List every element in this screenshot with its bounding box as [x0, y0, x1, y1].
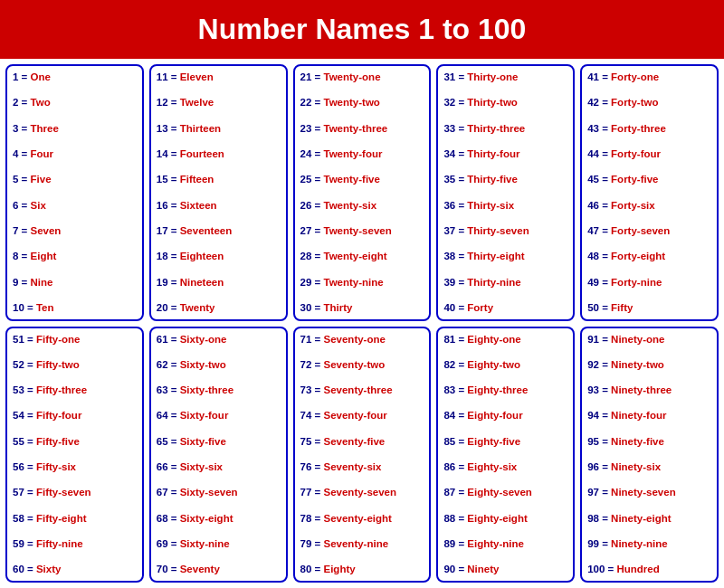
- number-digit: 34: [443, 148, 455, 159]
- number-entry-43: 43 = Forty-three: [587, 121, 711, 137]
- number-name: Eighty-seven: [467, 487, 532, 498]
- number-digit: 64: [157, 410, 168, 421]
- number-digit: 68: [157, 513, 168, 524]
- number-name: Hundred: [616, 564, 659, 574]
- number-name: Forty: [467, 302, 493, 313]
- number-entry-45: 45 = Forty-five: [587, 172, 711, 187]
- number-name: Sixty-two: [180, 359, 226, 370]
- number-name: Twenty-two: [324, 97, 380, 108]
- number-name: Sixty-six: [180, 461, 223, 472]
- number-entry-58: 58 = Fifty-eight: [13, 511, 137, 526]
- number-digit: 74: [300, 410, 312, 421]
- number-entry-83: 83 = Eighty-three: [443, 383, 567, 398]
- number-entry-2: 2 = Two: [13, 95, 137, 110]
- number-name: Ninety-seven: [611, 487, 676, 498]
- number-digit: 25: [300, 174, 312, 185]
- number-name: Forty-two: [611, 97, 658, 108]
- number-digit: 81: [443, 334, 455, 345]
- number-digit: 29: [300, 277, 312, 288]
- number-entry-50: 50 = Fifty: [587, 300, 711, 316]
- number-entry-93: 93 = Ninety-three: [587, 383, 711, 398]
- number-digit: 14: [157, 148, 168, 159]
- number-name: Ninety: [467, 564, 499, 574]
- number-digit: 82: [443, 359, 455, 370]
- number-name: Four: [31, 148, 54, 159]
- number-name: Seventy-two: [324, 359, 386, 370]
- number-name: Eighty-five: [467, 436, 520, 447]
- number-entry-4: 4 = Four: [13, 147, 137, 162]
- number-entry-13: 13 = Thirteen: [157, 121, 281, 137]
- number-digit: 69: [157, 538, 168, 549]
- number-name: Seventy-four: [324, 410, 387, 421]
- number-digit: 88: [443, 513, 455, 524]
- number-name: Twelve: [180, 97, 214, 108]
- number-entry-25: 25 = Twenty-five: [300, 172, 424, 187]
- number-name: Ninety-three: [611, 384, 672, 395]
- number-digit: 13: [157, 123, 168, 134]
- number-entry-75: 75 = Seventy-five: [300, 434, 424, 450]
- number-name: Eighty: [324, 564, 356, 574]
- number-digit: 28: [300, 251, 312, 261]
- number-digit: 20: [157, 302, 168, 313]
- number-digit: 30: [300, 302, 312, 313]
- number-name: Sixty-eight: [180, 513, 233, 524]
- number-digit: 92: [587, 359, 599, 370]
- number-digit: 61: [157, 334, 168, 345]
- number-digit: 21: [300, 71, 312, 82]
- number-digit: 56: [13, 461, 24, 472]
- number-digit: 48: [587, 251, 599, 261]
- number-digit: 32: [443, 97, 455, 108]
- number-entry-41: 41 = Forty-one: [587, 70, 711, 85]
- number-name: Thirty-five: [467, 174, 518, 185]
- number-digit: 43: [587, 123, 599, 134]
- number-digit: 49: [587, 277, 599, 288]
- number-name: Fifteen: [180, 174, 214, 185]
- number-name: Eight: [31, 251, 57, 261]
- number-digit: 18: [157, 251, 168, 261]
- number-name: Forty-five: [611, 174, 658, 185]
- number-name: Fifty-five: [36, 436, 80, 447]
- number-name: Seventy-five: [324, 436, 386, 447]
- number-entry-11: 11 = Eleven: [157, 70, 281, 85]
- number-entry-23: 23 = Twenty-three: [300, 121, 424, 137]
- number-name: Thirty: [324, 302, 353, 313]
- number-name: Thirty-seven: [467, 225, 529, 236]
- number-entry-87: 87 = Eighty-seven: [443, 485, 567, 500]
- number-digit: 66: [157, 461, 168, 472]
- number-entry-70: 70 = Seventy: [157, 562, 281, 577]
- number-entry-24: 24 = Twenty-four: [300, 147, 424, 162]
- number-entry-15: 15 = Fifteen: [157, 172, 281, 187]
- number-name: Eighty-nine: [467, 538, 524, 549]
- number-cell-6: 51 = Fifty-one52 = Fifty-two53 = Fifty-t…: [5, 327, 144, 583]
- number-entry-47: 47 = Forty-seven: [587, 223, 711, 239]
- number-digit: 60: [13, 564, 24, 574]
- number-digit: 40: [443, 302, 455, 313]
- number-digit: 57: [13, 487, 24, 498]
- number-digit: 46: [587, 200, 599, 211]
- number-entry-92: 92 = Ninety-two: [587, 357, 711, 373]
- number-entry-57: 57 = Fifty-seven: [13, 485, 137, 500]
- number-digit: 24: [300, 148, 312, 159]
- number-grid: 1 = One2 = Two3 = Three4 = Four5 = Five6…: [0, 59, 724, 588]
- number-entry-98: 98 = Ninety-eight: [587, 511, 711, 526]
- number-name: Fifty-eight: [36, 513, 87, 524]
- number-name: Fifty-three: [36, 384, 87, 395]
- number-digit: 58: [13, 513, 24, 524]
- number-digit: 98: [587, 513, 599, 524]
- number-name: Sixty-five: [180, 436, 226, 447]
- number-entry-6: 6 = Six: [13, 198, 137, 213]
- number-digit: 17: [157, 225, 168, 236]
- number-entry-39: 39 = Thirty-nine: [443, 275, 567, 290]
- number-digit: 80: [300, 564, 312, 574]
- number-name: Eighty-one: [467, 334, 520, 345]
- number-name: Twenty-eight: [324, 251, 387, 261]
- number-entry-78: 78 = Seventy-eight: [300, 511, 424, 526]
- number-entry-38: 38 = Thirty-eight: [443, 249, 567, 264]
- number-name: Fifty-four: [36, 410, 81, 421]
- number-name: Seventy-eight: [324, 513, 392, 524]
- number-digit: 23: [300, 123, 312, 134]
- number-entry-37: 37 = Thirty-seven: [443, 223, 567, 239]
- number-digit: 73: [300, 384, 312, 395]
- number-name: Seventeen: [180, 225, 233, 236]
- number-entry-16: 16 = Sixteen: [157, 198, 281, 213]
